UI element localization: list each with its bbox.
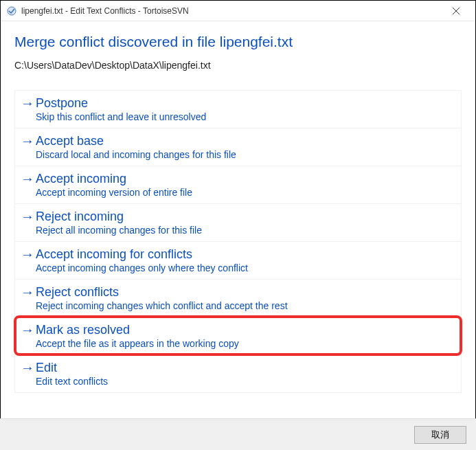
arrow-icon: → bbox=[19, 95, 36, 122]
option-title: Reject incoming bbox=[36, 209, 454, 224]
close-icon bbox=[453, 8, 460, 14]
option-title: Accept incoming for conflicts bbox=[36, 247, 454, 262]
option-title: Reject conflicts bbox=[36, 284, 454, 300]
option-accept-incoming[interactable]: →Accept incomingAccept incoming version … bbox=[15, 166, 461, 203]
arrow-icon: → bbox=[19, 322, 36, 349]
option-description: Reject incoming changes which conflict a… bbox=[36, 300, 454, 311]
option-description: Reject all incoming changes for this fil… bbox=[36, 225, 454, 236]
option-description: Accept incoming changes only where they … bbox=[36, 262, 454, 273]
option-description: Accept the file as it appears in the wor… bbox=[36, 338, 454, 349]
option-text: Accept incomingAccept incoming version o… bbox=[36, 170, 454, 198]
option-description: Accept incoming version of entire file bbox=[36, 187, 454, 198]
option-text: Mark as resolvedAccept the file as it ap… bbox=[36, 322, 454, 349]
option-title: Accept incoming bbox=[36, 171, 454, 186]
option-edit[interactable]: →EditEdit text conflicts bbox=[15, 355, 461, 392]
window-title: lipengfei.txt - Edit Text Conflicts - To… bbox=[21, 6, 442, 16]
option-text: Accept incoming for conflictsAccept inco… bbox=[36, 246, 454, 273]
options-list: →PostponeSkip this conflict and leave it… bbox=[14, 90, 462, 393]
page-title: Merge conflict discovered in file lipeng… bbox=[14, 34, 462, 50]
option-title: Mark as resolved bbox=[36, 322, 454, 337]
dialog-content: Merge conflict discovered in file lipeng… bbox=[1, 21, 475, 400]
arrow-icon: → bbox=[19, 359, 36, 387]
option-description: Edit text conflicts bbox=[36, 376, 454, 387]
option-text: EditEdit text conflicts bbox=[36, 359, 454, 387]
svg-point-0 bbox=[8, 7, 16, 15]
titlebar: lipengfei.txt - Edit Text Conflicts - To… bbox=[1, 1, 475, 21]
option-reject-incoming[interactable]: →Reject incomingReject all incoming chan… bbox=[15, 203, 461, 241]
option-text: Accept baseDiscard local and incoming ch… bbox=[36, 133, 454, 160]
app-icon bbox=[6, 5, 17, 16]
dialog-footer: 取消 bbox=[0, 418, 476, 450]
option-description: Discard local and incoming changes for t… bbox=[36, 149, 454, 160]
arrow-icon: → bbox=[19, 284, 36, 311]
option-text: Reject incomingReject all incoming chang… bbox=[36, 208, 454, 236]
option-text: PostponeSkip this conflict and leave it … bbox=[36, 95, 454, 122]
option-mark-as-resolved[interactable]: →Mark as resolvedAccept the file as it a… bbox=[15, 317, 461, 355]
file-path: C:\Users\DataDev\Desktop\DataX\lipengfei… bbox=[14, 60, 462, 71]
arrow-icon: → bbox=[19, 170, 36, 198]
option-title: Accept base bbox=[36, 133, 454, 148]
arrow-icon: → bbox=[19, 133, 36, 160]
option-description: Skip this conflict and leave it unresolv… bbox=[36, 111, 454, 122]
option-accept-incoming-for-conflicts[interactable]: →Accept incoming for conflictsAccept inc… bbox=[15, 241, 461, 279]
arrow-icon: → bbox=[19, 208, 36, 236]
option-text: Reject conflictsReject incoming changes … bbox=[36, 284, 454, 311]
arrow-icon: → bbox=[19, 246, 36, 273]
cancel-button[interactable]: 取消 bbox=[414, 426, 466, 444]
option-title: Edit bbox=[36, 360, 454, 375]
option-title: Postpone bbox=[36, 95, 454, 111]
option-postpone[interactable]: →PostponeSkip this conflict and leave it… bbox=[15, 91, 461, 128]
close-button[interactable] bbox=[442, 1, 470, 21]
option-reject-conflicts[interactable]: →Reject conflictsReject incoming changes… bbox=[15, 279, 461, 317]
option-accept-base[interactable]: →Accept baseDiscard local and incoming c… bbox=[15, 128, 461, 166]
